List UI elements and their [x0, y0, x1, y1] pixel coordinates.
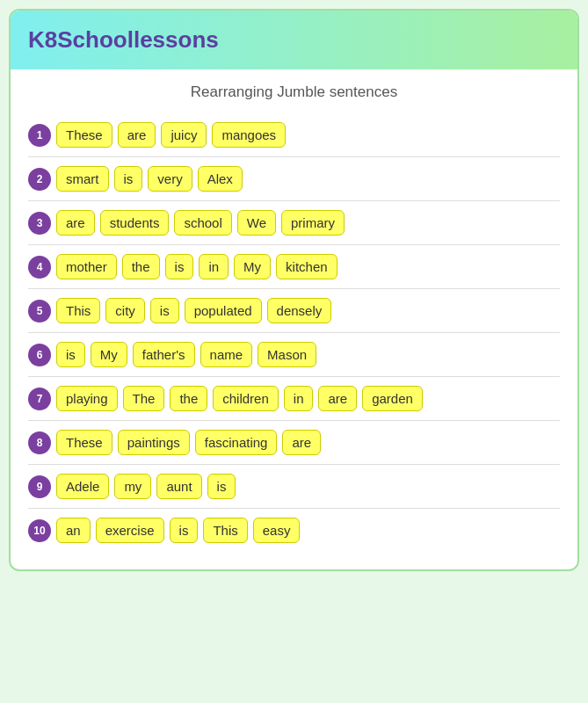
- row-number-badge: 5: [28, 300, 51, 323]
- word-chip[interactable]: garden: [362, 386, 423, 411]
- word-chip[interactable]: aunt: [156, 474, 201, 499]
- row-number-badge: 4: [28, 256, 51, 279]
- word-chip[interactable]: This: [203, 518, 247, 543]
- row-number-badge: 1: [28, 124, 51, 147]
- word-chip[interactable]: city: [105, 298, 145, 323]
- word-chip[interactable]: children: [213, 386, 279, 411]
- word-chip[interactable]: Adele: [56, 474, 109, 499]
- word-chip[interactable]: mother: [56, 254, 117, 279]
- word-chip[interactable]: easy: [253, 518, 301, 543]
- sentence-row: 3arestudentsschoolWeprimary: [28, 201, 560, 245]
- app-title: K8Schoollessons: [28, 26, 219, 53]
- word-chip[interactable]: is: [56, 342, 85, 367]
- header: K8Schoollessons: [11, 11, 577, 69]
- row-number-badge: 3: [28, 212, 51, 235]
- row-number-badge: 2: [28, 168, 51, 191]
- word-chip[interactable]: The: [123, 386, 165, 411]
- sentences-list: 1Thesearejuicymangoes2smartisveryAlex3ar…: [28, 113, 560, 552]
- word-chip[interactable]: the: [122, 254, 160, 279]
- word-chip[interactable]: name: [200, 342, 253, 367]
- word-chip[interactable]: is: [114, 166, 143, 192]
- word-chip[interactable]: populated: [185, 298, 262, 323]
- sentence-row: 1Thesearejuicymangoes: [28, 113, 560, 157]
- word-chip[interactable]: fascinating: [195, 430, 278, 455]
- page-subtitle: Rearranging Jumble sentences: [28, 83, 560, 101]
- word-chip[interactable]: very: [148, 166, 192, 192]
- word-chip[interactable]: mangoes: [212, 122, 286, 148]
- word-chip[interactable]: Mason: [258, 342, 316, 367]
- word-chip[interactable]: the: [170, 386, 207, 411]
- word-chip[interactable]: are: [118, 122, 156, 148]
- row-number-badge: 10: [28, 519, 51, 542]
- row-number-badge: 6: [28, 344, 51, 366]
- word-chip[interactable]: father's: [133, 342, 195, 367]
- word-chip[interactable]: primary: [281, 210, 345, 236]
- word-chip[interactable]: are: [56, 210, 95, 236]
- sentence-row: 4mothertheisinMykitchen: [28, 245, 560, 289]
- word-chip[interactable]: We: [237, 210, 276, 236]
- row-number-badge: 8: [28, 431, 51, 454]
- row-number-badge: 9: [28, 475, 51, 498]
- word-chip[interactable]: juicy: [161, 122, 207, 148]
- word-chip[interactable]: students: [100, 210, 170, 236]
- sentence-row: 9Adelemyauntis: [28, 465, 560, 509]
- main-card: K8Schoollessons Rearranging Jumble sente…: [9, 9, 579, 571]
- word-chip[interactable]: My: [91, 342, 127, 367]
- word-chip[interactable]: smart: [56, 166, 109, 192]
- sentence-row: 10anexerciseisThiseasy: [28, 509, 560, 552]
- word-chip[interactable]: in: [284, 386, 314, 411]
- sentence-row: 7playingThethechildreninaregarden: [28, 377, 560, 421]
- sentence-row: 5Thiscityispopulateddensely: [28, 289, 560, 333]
- content-area: Rearranging Jumble sentences 1Theseareju…: [11, 69, 577, 569]
- row-number-badge: 7: [28, 388, 51, 410]
- word-chip[interactable]: Alex: [198, 166, 243, 192]
- word-chip[interactable]: is: [207, 474, 236, 499]
- word-chip[interactable]: in: [199, 254, 229, 279]
- word-chip[interactable]: is: [170, 518, 199, 543]
- word-chip[interactable]: playing: [56, 386, 118, 411]
- word-chip[interactable]: kitchen: [276, 254, 338, 279]
- sentence-row: 8Thesepaintingsfascinatingare: [28, 421, 560, 465]
- word-chip[interactable]: densely: [267, 298, 332, 323]
- word-chip[interactable]: paintings: [118, 430, 190, 455]
- word-chip[interactable]: my: [114, 474, 151, 499]
- word-chip[interactable]: are: [282, 430, 321, 455]
- word-chip[interactable]: This: [56, 298, 100, 323]
- word-chip[interactable]: are: [318, 386, 357, 411]
- sentence-row: 6isMyfather'snameMason: [28, 333, 560, 377]
- word-chip[interactable]: My: [234, 254, 271, 279]
- word-chip[interactable]: These: [56, 122, 113, 148]
- word-chip[interactable]: an: [56, 518, 91, 543]
- word-chip[interactable]: is: [150, 298, 179, 323]
- word-chip[interactable]: These: [56, 430, 113, 455]
- word-chip[interactable]: exercise: [96, 518, 164, 543]
- sentence-row: 2smartisveryAlex: [28, 157, 560, 201]
- word-chip[interactable]: is: [165, 254, 194, 279]
- word-chip[interactable]: school: [174, 210, 231, 236]
